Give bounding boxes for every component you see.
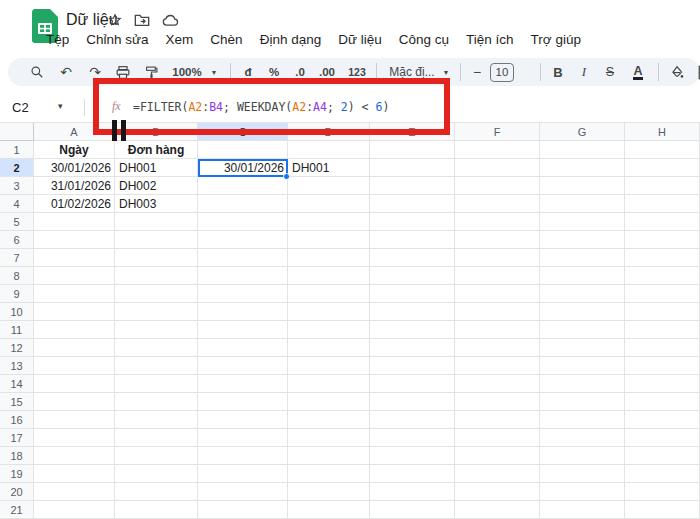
cell-A20[interactable] — [34, 483, 115, 501]
cell-D2[interactable]: DH001 — [288, 159, 370, 177]
row-header-6[interactable]: 6 — [0, 231, 34, 249]
cell-A5[interactable] — [34, 213, 115, 231]
row-header-12[interactable]: 12 — [0, 339, 34, 357]
row-header-3[interactable]: 3 — [0, 177, 34, 195]
cell-G11[interactable] — [540, 321, 625, 339]
cell-F19[interactable] — [455, 465, 540, 483]
row-header-7[interactable]: 7 — [0, 249, 34, 267]
cell-F4[interactable] — [455, 195, 540, 213]
search-icon[interactable] — [26, 58, 48, 86]
cell-A12[interactable] — [34, 339, 115, 357]
cell-C12[interactable] — [198, 339, 288, 357]
row-header-18[interactable]: 18 — [0, 447, 34, 465]
decrease-decimal-button[interactable]: .0 — [289, 58, 311, 86]
column-header-C[interactable]: C — [198, 123, 288, 141]
cell-F20[interactable] — [455, 483, 540, 501]
cell-B21[interactable] — [115, 501, 198, 519]
paint-format-icon[interactable] — [140, 58, 162, 86]
cell-A14[interactable] — [34, 375, 115, 393]
cell-E13[interactable] — [370, 357, 455, 375]
cell-B1[interactable]: Đơn hàng — [115, 141, 198, 159]
cell-B3[interactable]: DH002 — [115, 177, 198, 195]
cell-H3[interactable] — [625, 177, 700, 195]
cell-F9[interactable] — [455, 285, 540, 303]
cell-E1[interactable] — [370, 141, 455, 159]
cell-E14[interactable] — [370, 375, 455, 393]
cell-D9[interactable] — [288, 285, 370, 303]
cloud-status-icon[interactable] — [162, 14, 179, 27]
cell-G9[interactable] — [540, 285, 625, 303]
column-header-E[interactable]: E — [370, 123, 455, 141]
cell-F3[interactable] — [455, 177, 540, 195]
cell-F8[interactable] — [455, 267, 540, 285]
column-header-H[interactable]: H — [625, 123, 700, 141]
cell-G10[interactable] — [540, 303, 625, 321]
cell-D21[interactable] — [288, 501, 370, 519]
menu-item-tệp[interactable]: Tệp — [46, 32, 69, 47]
row-header-16[interactable]: 16 — [0, 411, 34, 429]
cell-C8[interactable] — [198, 267, 288, 285]
cell-C7[interactable] — [198, 249, 288, 267]
cell-A16[interactable] — [34, 411, 115, 429]
row-header-14[interactable]: 14 — [0, 375, 34, 393]
cell-E8[interactable] — [370, 267, 455, 285]
select-all-corner[interactable] — [0, 123, 34, 141]
menu-item-tiện-ích[interactable]: Tiện ích — [466, 32, 514, 47]
cell-E21[interactable] — [370, 501, 455, 519]
cell-E4[interactable] — [370, 195, 455, 213]
cell-H11[interactable] — [625, 321, 700, 339]
cell-H9[interactable] — [625, 285, 700, 303]
cell-E7[interactable] — [370, 249, 455, 267]
cell-D12[interactable] — [288, 339, 370, 357]
cell-B13[interactable] — [115, 357, 198, 375]
menu-item-chèn[interactable]: Chèn — [210, 32, 242, 47]
cell-F17[interactable] — [455, 429, 540, 447]
cell-C20[interactable] — [198, 483, 288, 501]
cell-D20[interactable] — [288, 483, 370, 501]
cell-C1[interactable] — [198, 141, 288, 159]
increase-decimal-button[interactable]: .00 — [314, 58, 340, 86]
cell-D18[interactable] — [288, 447, 370, 465]
cell-F21[interactable] — [455, 501, 540, 519]
cell-H18[interactable] — [625, 447, 700, 465]
cell-A3[interactable]: 31/01/2026 — [34, 177, 115, 195]
cell-G1[interactable] — [540, 141, 625, 159]
cell-C10[interactable] — [198, 303, 288, 321]
cell-C15[interactable] — [198, 393, 288, 411]
cell-D3[interactable] — [288, 177, 370, 195]
cell-B11[interactable] — [115, 321, 198, 339]
column-header-A[interactable]: A — [34, 123, 115, 141]
cell-A8[interactable] — [34, 267, 115, 285]
cell-C3[interactable] — [198, 177, 288, 195]
cell-B16[interactable] — [115, 411, 198, 429]
cell-H4[interactable] — [625, 195, 700, 213]
cell-G8[interactable] — [540, 267, 625, 285]
cell-D11[interactable] — [288, 321, 370, 339]
cell-D14[interactable] — [288, 375, 370, 393]
cell-H17[interactable] — [625, 429, 700, 447]
cell-G4[interactable] — [540, 195, 625, 213]
cell-A13[interactable] — [34, 357, 115, 375]
selected-cell-outline[interactable] — [198, 159, 288, 177]
cell-C11[interactable] — [198, 321, 288, 339]
cell-C14[interactable] — [198, 375, 288, 393]
cell-C21[interactable] — [198, 501, 288, 519]
cell-F14[interactable] — [455, 375, 540, 393]
row-header-4[interactable]: 4 — [0, 195, 34, 213]
cell-D6[interactable] — [288, 231, 370, 249]
cell-A15[interactable] — [34, 393, 115, 411]
cell-H7[interactable] — [625, 249, 700, 267]
row-header-1[interactable]: 1 — [0, 141, 34, 159]
menu-item-dữ-liệu[interactable]: Dữ liệu — [338, 32, 382, 47]
star-icon[interactable] — [108, 13, 122, 27]
cell-D13[interactable] — [288, 357, 370, 375]
cell-H13[interactable] — [625, 357, 700, 375]
zoom-select[interactable]: 100% — [168, 58, 206, 86]
row-header-8[interactable]: 8 — [0, 267, 34, 285]
cell-C18[interactable] — [198, 447, 288, 465]
cell-B17[interactable] — [115, 429, 198, 447]
formula-input[interactable]: =FILTER(A2:B4; WEEKDAY(A2:A4; 2) < 6) — [133, 100, 389, 114]
undo-icon[interactable]: ↶ — [55, 58, 77, 86]
cell-F11[interactable] — [455, 321, 540, 339]
cell-F2[interactable] — [455, 159, 540, 177]
